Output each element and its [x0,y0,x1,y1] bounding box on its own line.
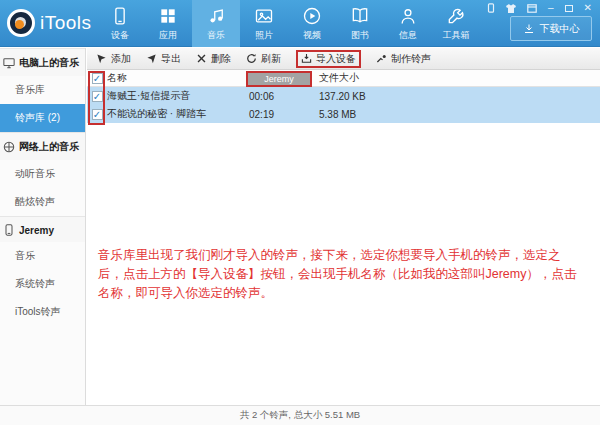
photo-icon [254,6,274,26]
row-checkbox[interactable]: ✓ [92,109,103,120]
annotation-line: 名称，即可导入你选定的铃声。 [98,284,598,303]
sidebar-section-computer-music: 电脑上的音乐 [0,48,85,76]
monitor-icon [3,57,15,69]
app-logo: iTools [0,0,96,46]
nav-tab-video[interactable]: 视频 [288,0,336,47]
main-content: 添加 导出 删除 刷新 导入设备 制作铃声 [87,48,600,405]
status-bar: 共 2 个铃声, 总大小 5.51 MB [0,405,600,425]
apps-grid-icon [158,6,178,26]
skin-icon[interactable] [506,4,516,13]
select-all-checkbox[interactable]: ✓ [92,73,103,84]
music-note-icon [206,6,226,26]
import-device-icon [301,53,312,64]
sidebar-item-ringtone-library[interactable]: 铃声库 (2) [0,104,85,132]
itools-window: iTools 设备 应用 音乐 照片 视频 [0,0,600,425]
ringtone-maker-icon [376,53,387,64]
maximize-button[interactable] [565,5,573,12]
annotation-line: 后，点击上方的【导入设备】按钮，会出现手机名称（比如我的这部叫Jeremy），点… [98,265,598,284]
wrench-icon [446,6,466,26]
nav-tab-photos[interactable]: 照片 [240,0,288,47]
add-arrow-icon [96,53,107,64]
nav-tab-device[interactable]: 设备 [96,0,144,47]
device-name-button[interactable]: Jeremy [246,71,312,87]
download-icon [523,23,535,35]
book-icon [350,6,370,26]
delete-x-icon [196,53,207,64]
video-play-icon [302,6,322,26]
pin-icon[interactable] [487,3,495,13]
ringtone-size: 5.38 MB [319,109,600,120]
ringtone-toolbar: 添加 导出 删除 刷新 导入设备 制作铃声 [87,48,600,70]
ringtone-name: 海贼王·短信提示音 [107,89,249,103]
person-icon [398,6,418,26]
close-button[interactable]: ✕ [584,3,592,13]
sidebar-item-music-library[interactable]: 音乐库 [0,76,85,104]
panel-icon[interactable] [527,4,537,13]
ringtone-duration: 02:19 [249,109,319,120]
refresh-icon [246,53,257,64]
refresh-button[interactable]: 刷新 [246,52,281,66]
app-title: iTools [40,12,92,34]
sidebar-item-itools-ringtones[interactable]: iTools铃声 [0,298,85,326]
delete-button[interactable]: 删除 [196,52,231,66]
nav-tab-books[interactable]: 图书 [336,0,384,47]
main-nav: 设备 应用 音乐 照片 视频 图书 [96,0,480,46]
table-header: ✓ 名称 文件大小 [87,70,600,87]
row-checkbox[interactable]: ✓ [92,91,103,102]
sidebar-item-device-music[interactable]: 音乐 [0,242,85,270]
export-button[interactable]: 导出 [146,52,181,66]
tutorial-annotation: 音乐库里出现了我们刚才导入的铃声，接下来，选定你想要导入手机的铃声，选定之 后，… [98,246,598,303]
phone-icon [3,224,15,236]
sidebar: 电脑上的音乐 音乐库 铃声库 (2) 网络上的音乐 动听音乐 酷炫铃声 Jere… [0,48,86,405]
globe-icon [3,141,15,153]
sidebar-item-system-ringtones[interactable]: 系统铃声 [0,270,85,298]
annotation-line: 音乐库里出现了我们刚才导入的铃声，接下来，选定你想要导入手机的铃声，选定之 [98,246,598,265]
sidebar-section-network-music: 网络上的音乐 [0,132,85,160]
column-header-name[interactable]: 名称 [107,71,249,85]
nav-tab-toolbox[interactable]: 工具箱 [432,0,480,47]
ringtone-duration: 00:06 [249,91,319,102]
make-ringtone-button[interactable]: 制作铃声 [376,52,431,66]
itools-logo-icon [7,9,35,37]
sidebar-section-device-jeremy: Jeremy [0,216,85,242]
export-arrow-icon [146,53,157,64]
ringtone-size: 137.20 KB [319,91,600,102]
column-header-size[interactable]: 文件大小 [319,71,600,85]
sidebar-item-dongting-music[interactable]: 动听音乐 [0,160,85,188]
ringtone-name: 不能说的秘密 · 脚踏车 [107,107,249,121]
table-row[interactable]: ✓ 海贼王·短信提示音 00:06 137.20 KB [87,87,600,105]
import-to-device-button[interactable]: 导入设备 [296,50,361,68]
status-text: 共 2 个铃声, 总大小 5.51 MB [240,409,360,422]
add-button[interactable]: 添加 [96,52,131,66]
minimize-button[interactable]: – [548,3,554,13]
window-controls: – ✕ [487,3,592,13]
nav-tab-apps[interactable]: 应用 [144,0,192,47]
top-navbar: iTools 设备 应用 音乐 照片 视频 [0,0,600,47]
nav-tab-info[interactable]: 信息 [384,0,432,47]
table-row[interactable]: ✓ 不能说的秘密 · 脚踏车 02:19 5.38 MB [87,105,600,123]
device-icon [110,6,130,26]
download-center-button[interactable]: 下载中心 [510,16,592,41]
nav-tab-music[interactable]: 音乐 [192,0,240,47]
sidebar-item-cool-ringtones[interactable]: 酷炫铃声 [0,188,85,216]
